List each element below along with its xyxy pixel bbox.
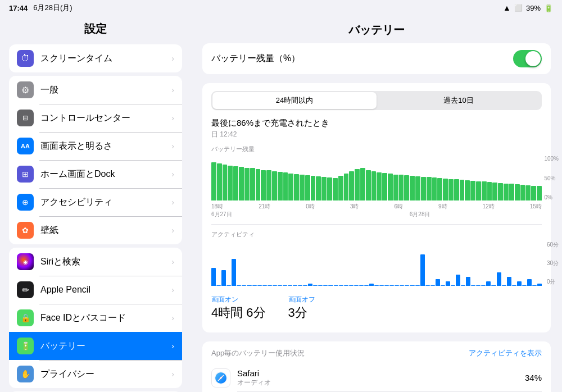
activity-bar <box>527 279 532 286</box>
activity-bar <box>288 285 292 286</box>
activity-y-labels: 60分 30分 0分 <box>547 241 559 286</box>
chevron-icon: › <box>171 341 174 350</box>
sidebar-label-display: 画面表示と明るさ <box>40 140 165 152</box>
battery-bar <box>305 175 310 200</box>
battery-bar <box>498 183 503 200</box>
sidebar-label-faceid: Face IDとパスコード <box>40 312 165 324</box>
battery-bar <box>256 169 261 200</box>
activity-bar <box>318 285 323 286</box>
battery-bar <box>233 166 238 200</box>
sidebar-label-accessibility: アクセシビリティ <box>40 197 165 208</box>
screen-off-item: 画面オフ 3分 <box>288 295 315 321</box>
activity-bar <box>532 285 537 286</box>
safari-name: Safari <box>237 368 518 378</box>
seg-btn-24h[interactable]: 24時間以内 <box>212 92 377 109</box>
activity-bar <box>369 284 374 286</box>
battery-bar <box>333 178 338 200</box>
battery-bar <box>338 176 343 200</box>
battery-bar <box>492 183 497 200</box>
chevron-icon: › <box>171 285 174 294</box>
activity-bar <box>415 285 420 286</box>
sidebar-label-battery: バッテリー <box>40 340 165 352</box>
status-time: 17:44 <box>9 4 28 12</box>
time-21: 21時 <box>259 203 270 211</box>
chart-info-sub: 日 12:42 <box>211 130 542 139</box>
activity-bar <box>328 285 333 286</box>
sidebar-item-siri[interactable]: ◉ Siriと検索 › <box>9 248 182 276</box>
sidebar-title: 設定 <box>0 16 191 41</box>
battery-chart-container: 100% 50% 0% <box>211 156 542 200</box>
battery-bar <box>355 169 360 200</box>
battery-bar <box>520 185 525 200</box>
chart-divider <box>211 224 542 225</box>
battery-bar-chart <box>211 156 542 200</box>
sidebar-item-accessibility[interactable]: ⊕ アクセシビリティ › <box>9 188 182 216</box>
toggle-label: バッテリー残量（%） <box>211 53 300 65</box>
battery-icon: 🔋 <box>17 338 34 354</box>
activity-bar <box>359 285 364 286</box>
activity-bar <box>512 285 516 286</box>
activity-bar <box>497 272 501 286</box>
y-30: 30分 <box>547 259 559 267</box>
battery-bar <box>509 184 514 200</box>
activity-bar <box>395 285 399 286</box>
time-label-row2: 6月27日 6月28日 <box>211 211 542 218</box>
battery-bar <box>217 163 222 200</box>
activity-bar <box>298 285 302 286</box>
sidebar-item-display[interactable]: AA 画面表示と明るさ › <box>9 132 182 160</box>
sidebar-item-faceid[interactable]: 🔒 Face IDとパスコード › <box>9 304 182 332</box>
activity-bar <box>491 285 496 286</box>
battery-bar <box>537 186 542 200</box>
sidebar-item-home[interactable]: ⊞ ホーム画面とDock › <box>9 160 182 188</box>
activity-bar <box>476 285 481 286</box>
sidebar-item-control[interactable]: ⊟ コントロールセンター › <box>9 104 182 132</box>
right-panel: バッテリー バッテリー残量（%） 24時間以内 過去10日 最後に86%まで充電… <box>191 16 562 392</box>
activity-bar <box>273 285 277 286</box>
activity-bar <box>303 285 307 286</box>
battery-percentage-toggle[interactable] <box>513 50 542 67</box>
screen-on-label: 画面オン <box>211 295 266 304</box>
activity-bar <box>344 285 348 286</box>
y-0: 0分 <box>547 278 559 286</box>
battery-bar <box>360 168 365 200</box>
chevron-icon: › <box>171 85 174 94</box>
battery-bar <box>371 171 377 200</box>
activity-link[interactable]: アクティビティを表示 <box>469 348 542 358</box>
activity-bar <box>451 285 455 286</box>
activity-bar <box>481 285 486 286</box>
battery-bar <box>288 174 293 200</box>
seg-btn-10d[interactable]: 過去10日 <box>377 92 541 109</box>
sidebar-item-privacy[interactable]: ✋ プライバシー › <box>9 360 182 388</box>
activity-bar <box>349 285 353 286</box>
chevron-icon: › <box>171 370 174 379</box>
app-battery-section: App毎のバッテリー使用状況 アクティビティを表示 <box>202 341 551 393</box>
activity-bar <box>293 285 297 286</box>
sidebar-item-general[interactable]: ⚙ 一般 › <box>9 76 182 104</box>
activity-bar <box>430 285 435 286</box>
battery-bar <box>294 174 299 200</box>
activity-bar <box>364 285 369 286</box>
battery-bar <box>437 178 442 200</box>
sidebar-section-top: ⏱ スクリーンタイム › <box>9 44 182 72</box>
sidebar-item-battery[interactable]: 🔋 バッテリー › <box>9 332 182 360</box>
chevron-icon: › <box>171 313 174 322</box>
screentime-icon: ⏱ <box>17 50 34 67</box>
screen-off-label: 画面オフ <box>288 295 315 304</box>
sidebar-item-screentime[interactable]: ⏱ スクリーンタイム › <box>9 44 182 72</box>
activity-bar <box>502 285 506 286</box>
battery-outline-icon: 🔋 <box>544 4 553 12</box>
sidebar-label-general: 一般 <box>40 84 165 96</box>
sidebar-label-pencil: Apple Pencil <box>40 285 165 295</box>
battery-bar <box>443 179 448 200</box>
battery-toggle-row: バッテリー残量（%） <box>202 43 551 74</box>
sidebar-item-pencil[interactable]: ✏ Apple Pencil › <box>9 276 182 304</box>
activity-bar <box>278 285 282 286</box>
battery-bar <box>316 176 321 200</box>
app-battery-header: App毎のバッテリー使用状況 アクティビティを表示 <box>211 348 542 358</box>
battery-bar <box>266 170 271 200</box>
battery-bar <box>349 171 354 200</box>
battery-bar <box>421 177 426 200</box>
sidebar-item-wallpaper[interactable]: ✿ 壁紙 › <box>9 216 182 244</box>
safari-app-icon <box>211 368 230 388</box>
activity-bar <box>334 285 338 286</box>
